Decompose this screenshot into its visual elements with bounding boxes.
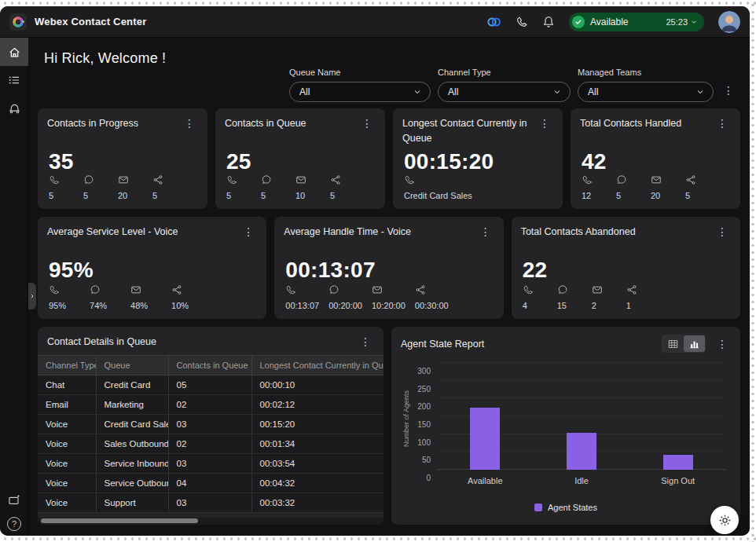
channel-stat-value: 5: [685, 191, 696, 200]
kebab-menu-icon[interactable]: ⋮: [358, 116, 376, 130]
voice-icon: [226, 174, 237, 185]
help-button[interactable]: ?: [7, 517, 21, 531]
sidebar-item-queues[interactable]: [0, 94, 28, 123]
table-view-button[interactable]: [662, 335, 684, 352]
card-title: Contacts in Queue: [225, 116, 358, 131]
email-icon: [592, 284, 603, 295]
timer-value: 25:23: [666, 17, 688, 27]
kebab-menu-icon[interactable]: ⋮: [714, 116, 731, 130]
card-value: 95%: [49, 258, 94, 283]
column-header[interactable]: Longest Contact Currently in Queue: [251, 356, 384, 375]
managed-teams-select[interactable]: All: [578, 82, 714, 102]
queue-name-select[interactable]: All: [289, 82, 431, 102]
channel-stat: 4: [523, 284, 534, 310]
table-cell: Voice: [38, 454, 96, 474]
channel-type-select[interactable]: All: [438, 82, 571, 102]
kebab-menu-icon[interactable]: ⋮: [714, 225, 731, 239]
table-row[interactable]: EmailMarketing0200:02:12: [38, 395, 384, 415]
phone-icon[interactable]: [516, 16, 528, 28]
table-row[interactable]: VoiceService Outbound0400:04:32: [38, 474, 384, 493]
table-row[interactable]: VoiceCredit Card Sales0300:15:20: [38, 415, 384, 434]
filter-label: Queue Name: [289, 68, 431, 77]
bar-idle[interactable]: [567, 433, 596, 470]
table-cell: Voice: [38, 434, 96, 454]
feedback-button[interactable]: [0, 490, 28, 509]
voice-icon: [49, 284, 66, 295]
channel-stat: 5: [616, 174, 627, 200]
table-cell: 00:04:32: [251, 474, 384, 493]
table-row[interactable]: VoiceSales Outbound0200:01:34: [38, 434, 384, 454]
chart-legend: Agent States: [401, 503, 731, 512]
kebab-menu-icon[interactable]: ⋮: [536, 116, 553, 130]
social-icon: [626, 284, 637, 295]
webex-app-icon[interactable]: [486, 16, 501, 28]
settings-fab-button[interactable]: [710, 506, 739, 534]
table-cell: 00:01:34: [251, 434, 384, 454]
sidebar-item-home[interactable]: [0, 38, 28, 66]
bar-sign-out[interactable]: [663, 455, 693, 470]
card-title: Longest Contact Currently in Queue: [402, 116, 536, 147]
channel-stats: 55205: [49, 174, 163, 200]
card-value: 00:13:07: [285, 258, 375, 283]
y-tick-label: 50: [422, 456, 431, 464]
gear-icon: [718, 514, 732, 527]
table-cell: 02: [168, 395, 251, 415]
channel-stat-value: 5: [49, 191, 60, 200]
table-row[interactable]: VoiceSupport0300:03:32: [38, 493, 384, 513]
select-value: All: [448, 86, 458, 97]
channel-stats: 125205: [582, 174, 696, 200]
channel-stat: 2: [592, 284, 603, 310]
availability-status-dropdown[interactable]: Available 25:23: [569, 13, 704, 31]
column-header[interactable]: Queue: [96, 356, 168, 375]
table-cell: Marketing: [96, 395, 168, 415]
filters-kebab-menu-icon[interactable]: ⋮: [720, 83, 737, 97]
table-row[interactable]: ChatCredit Card0500:00:10: [38, 375, 384, 395]
bar-available[interactable]: [470, 408, 500, 470]
table-cell: Voice: [38, 474, 96, 493]
top-bar-right: Available 25:23: [486, 11, 740, 33]
kebab-menu-icon[interactable]: ⋮: [714, 337, 731, 351]
channel-stat-value: 00:13:07: [285, 301, 319, 310]
channel-stat-value: 5: [330, 191, 341, 200]
chevron-down-icon: [695, 87, 705, 97]
kebab-menu-icon[interactable]: ⋮: [240, 225, 257, 239]
table-cell: Support: [96, 493, 168, 513]
table-cell: Voice: [38, 415, 96, 434]
table-row[interactable]: VoiceService Inbound0300:03:54: [38, 454, 384, 474]
horizontal-scrollbar-thumb[interactable]: [41, 518, 198, 523]
channel-stat-value: 4: [523, 301, 534, 310]
sidebar-expand-handle[interactable]: [28, 283, 36, 309]
welcome-heading: Hi Rick, Welcome !: [44, 50, 166, 67]
chevron-down-icon: [690, 18, 698, 26]
chevron-right-icon: [29, 293, 35, 299]
bar-chart-icon: [688, 339, 700, 350]
app-title: Webex Contact Center: [35, 16, 146, 27]
channel-stat: 74%: [90, 284, 107, 310]
card-value: 25: [226, 149, 251, 174]
kebab-menu-icon[interactable]: ⋮: [477, 225, 494, 239]
card-value: 35: [49, 149, 74, 174]
table-cell: Chat: [38, 375, 96, 395]
chart-view-button[interactable]: [684, 335, 705, 352]
avatar[interactable]: [718, 11, 740, 33]
kebab-menu-icon[interactable]: ⋮: [357, 335, 374, 349]
email-icon: [118, 174, 129, 185]
channel-stat: 5: [49, 174, 60, 200]
x-tick-label: Available: [468, 476, 502, 485]
sidebar-item-tasks[interactable]: [0, 66, 28, 94]
chat-icon: [328, 284, 362, 295]
social-icon: [415, 284, 449, 295]
email-icon: [130, 284, 148, 295]
voice-icon: [49, 174, 60, 185]
bell-icon[interactable]: [542, 16, 555, 28]
kebab-menu-icon[interactable]: ⋮: [181, 116, 198, 130]
filter-managed-teams: Managed Teams All: [578, 68, 714, 102]
column-header[interactable]: Contacts in Queue: [168, 356, 251, 375]
card-average-service-level: Average Service Level - Voice⋮ 95% 95%74…: [38, 217, 266, 319]
email-icon: [651, 174, 662, 185]
table-cell: 03: [168, 454, 251, 474]
channel-stat: 00:13:07: [285, 284, 319, 310]
channel-stat-value: 2: [592, 301, 603, 310]
column-header[interactable]: Channel Type: [38, 356, 96, 375]
channel-stat-value: 15: [557, 301, 568, 310]
